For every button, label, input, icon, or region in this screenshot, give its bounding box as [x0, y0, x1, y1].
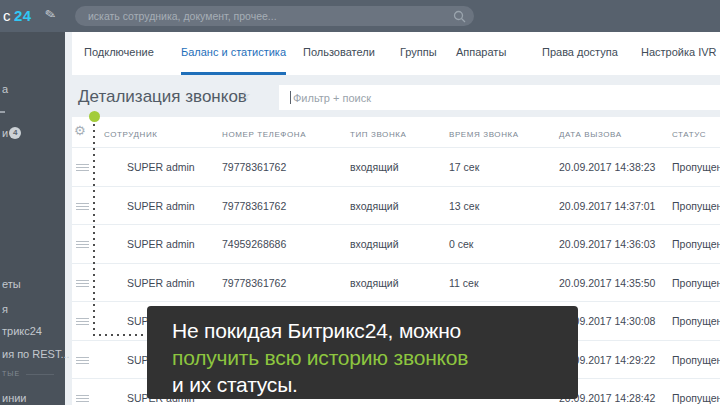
cell-date: 20.09.2017 14:38:23 [559, 161, 655, 173]
tab-7[interactable]: Настройка IVR [641, 32, 717, 75]
column-header[interactable]: ТИП ЗВОНКА [350, 130, 407, 139]
bitrix24-logo: с24 [3, 7, 32, 24]
sidebar-item-fragment[interactable]: трикс24 [2, 325, 42, 337]
row-menu-handle-icon[interactable] [76, 203, 89, 210]
cell-type: входящий [350, 200, 399, 212]
sidebar-item-fragment[interactable]: еты [2, 278, 21, 290]
cell-status: Пропущенный [672, 200, 720, 212]
promo-line-1: Не покидая Битрикс24, можно [172, 317, 578, 344]
sidebar-hidden-divider: ТЫЕ [2, 370, 54, 377]
tabs-bar: ПодключениеБаланс и статистикаПользовате… [72, 32, 720, 75]
cell-phone: 74959268686 [222, 238, 286, 250]
search-icon[interactable] [453, 9, 466, 27]
column-header[interactable]: СТАТУС [672, 130, 706, 139]
row-menu-handle-icon[interactable] [76, 241, 89, 248]
annotation-green-dot [89, 111, 100, 122]
tab-3[interactable]: Пользователи [303, 32, 375, 75]
cell-status: Пропущенный [672, 238, 720, 250]
cell-duration: 13 сек [449, 200, 479, 212]
top-bar: с24 ✎ [0, 0, 720, 32]
cell-status: Пропущенный [672, 392, 720, 404]
column-header[interactable]: ДАТА ВЫЗОВА [559, 130, 622, 139]
sidebar-item-fragment[interactable]: а [2, 83, 8, 95]
cell-type: входящий [350, 238, 399, 250]
cell-date: 20.09.2017 14:35:50 [559, 277, 655, 289]
sidebar-counter-badge: 4 [9, 127, 21, 139]
cell-phone: 79778361762 [222, 161, 286, 173]
tab-2[interactable]: Баланс и статистика [181, 32, 286, 75]
logo-24: 24 [14, 7, 32, 24]
favorite-star-icon[interactable]: ☆ [239, 88, 251, 103]
tab-4[interactable]: Группы [400, 32, 437, 75]
search-input[interactable] [75, 6, 474, 26]
column-header[interactable]: ВРЕМЯ ЗВОНКА [449, 130, 519, 139]
divider-line [26, 374, 54, 375]
cell-employee: SUPER admin [127, 238, 195, 250]
promo-line-3: и их статусы. [172, 371, 578, 398]
table-row[interactable]: SUPER admin79778361762входящий11 сек20.0… [72, 263, 720, 302]
cell-date: 20.09.2017 14:37:01 [559, 200, 655, 212]
filter-caret [290, 91, 291, 104]
column-header[interactable]: СОТРУДНИК [104, 130, 158, 139]
grid-settings-gear-icon[interactable]: ⚙ [74, 124, 86, 138]
table-row[interactable]: SUPER admin79778361762входящий17 сек20.0… [72, 147, 720, 186]
sidebar-item-fragment[interactable]: я [2, 303, 8, 315]
sidebar-item-fragment[interactable]: инии [2, 392, 27, 404]
filter-search-input[interactable] [279, 85, 720, 110]
row-menu-handle-icon[interactable] [76, 357, 89, 364]
tab-1[interactable]: Подключение [84, 32, 154, 75]
cell-employee: SUPER admin [127, 200, 195, 212]
cell-employee: SUPER admin [127, 277, 195, 289]
promo-tooltip: Не покидая Битрикс24, можно получить всю… [147, 306, 578, 399]
sidebar-item-fragment-mark [0, 111, 5, 113]
cell-duration: 11 сек [449, 277, 479, 289]
table-row[interactable]: SUPER admin79778361762входящий13 сек20.0… [72, 186, 720, 225]
cell-type: входящий [350, 161, 399, 173]
table-row[interactable]: SUPER admin74959268686входящий0 сек20.09… [72, 224, 720, 263]
cell-status: Пропущенный [672, 161, 720, 173]
cell-status: Пропущенный [672, 354, 720, 366]
cell-phone: 79778361762 [222, 200, 286, 212]
page-title: Детализация звонков [78, 87, 247, 107]
cell-employee: SUPER admin [127, 161, 195, 173]
cell-status: Пропущенный [672, 277, 720, 289]
row-menu-handle-icon[interactable] [76, 280, 89, 287]
annotation-dotted-line-vertical [93, 124, 95, 335]
cell-date: 20.09.2017 14:36:03 [559, 238, 655, 250]
sidebar-item-fragment[interactable]: и [2, 127, 8, 139]
row-menu-handle-icon[interactable] [76, 164, 89, 171]
cell-duration: 17 сек [449, 161, 479, 173]
column-header[interactable]: НОМЕР ТЕЛЕФОНА [222, 130, 306, 139]
tab-5[interactable]: Аппараты [456, 32, 506, 75]
row-menu-handle-icon[interactable] [76, 318, 89, 325]
cell-status: Пропущенный [672, 315, 720, 327]
row-menu-handle-icon[interactable] [76, 395, 89, 402]
sidebar-item-fragment[interactable]: ия по REST... [2, 348, 70, 360]
pencil-icon[interactable]: ✎ [44, 6, 58, 23]
cell-type: входящий [350, 277, 399, 289]
promo-line-2-accent: получить всю историю звонков [172, 344, 578, 371]
cell-phone: 79778361762 [222, 277, 286, 289]
cell-duration: 0 сек [449, 238, 473, 250]
tab-6[interactable]: Права доступа [542, 32, 618, 75]
sidebar-menu: аи4етыятрикс24ия по REST...инии ТЫЕ [0, 32, 65, 405]
